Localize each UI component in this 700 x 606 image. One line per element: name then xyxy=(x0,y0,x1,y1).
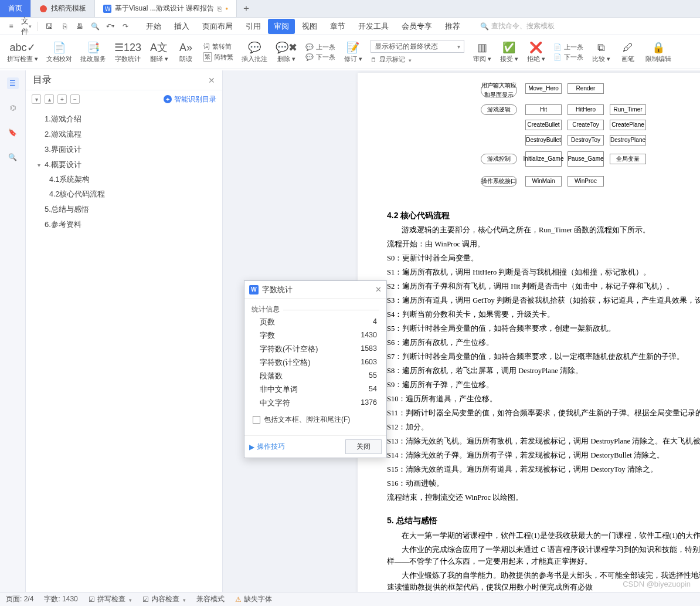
toc-item[interactable]: 1.游戏介绍 xyxy=(38,111,210,127)
status-bar: 页面: 2/4 字数: 1430 ☑拼写检查 ☑内容检查 兼容模式 ⚠缺失字体 xyxy=(0,592,700,606)
wordcount-icon: ☰123 xyxy=(114,40,141,55)
status-content-check[interactable]: ☑内容检查 xyxy=(142,594,186,604)
print-icon[interactable]: 🖶 xyxy=(73,20,86,33)
tab-document[interactable]: W 基于Visual ...游戏设计 课程报告 ⎘ ● xyxy=(95,0,237,17)
review-ribbon: abc✓拼写检查 ▾ 📄文档校对 📑批改服务 ☰123字数统计 A文翻译 ▾ A… xyxy=(0,35,700,69)
find-icon[interactable]: 🔍 xyxy=(7,151,19,163)
tab-insert[interactable]: 插入 xyxy=(168,19,195,34)
add-toc-button[interactable]: + xyxy=(57,94,67,104)
include-textbox-checkbox[interactable]: 包括文本框、脚注和尾注(F) xyxy=(252,410,379,429)
translate-button[interactable]: A文翻译 ▾ xyxy=(146,40,172,63)
toc-close-button[interactable]: ✕ xyxy=(208,76,215,85)
prev-change-button[interactable]: 📄 上一条 xyxy=(553,43,583,52)
toc-item[interactable]: 5.总结与感悟 xyxy=(38,202,210,217)
compare-button[interactable]: ⧉比较 ▾ xyxy=(588,40,614,63)
save-icon[interactable]: 🖫 xyxy=(43,20,56,33)
tab-vip[interactable]: 会员专享 xyxy=(396,19,438,34)
proofread-button[interactable]: 📄文档校对 xyxy=(43,40,76,63)
paragraph: S12：加分。 xyxy=(387,421,700,433)
stat-row: 页数4 xyxy=(252,316,379,329)
status-page[interactable]: 页面: 2/4 xyxy=(6,594,33,604)
proofread-icon: 📄 xyxy=(53,40,66,55)
toc-item[interactable]: 2.游戏流程 xyxy=(38,127,210,142)
reject-icon: ❌ xyxy=(529,40,542,55)
tab-start[interactable]: 开始 xyxy=(140,19,167,34)
insert-comment-button[interactable]: 💬插入批注 xyxy=(238,40,271,63)
paragraph: S7：判断计时器全局变量的值，如符合频率要求，以一定概率随机使敌机产生新的子弹。 xyxy=(387,351,700,363)
wordcount-button[interactable]: ☰123字数统计 xyxy=(111,40,145,63)
hamburger-icon[interactable]: ≡ xyxy=(5,20,18,33)
ink-button[interactable]: 🖊画笔 xyxy=(615,40,641,63)
command-search[interactable]: 🔍 查找命令、搜索模板 xyxy=(480,21,555,31)
paragraph: 在大一第一学期的诸课程中，软件工程(1)是使我收获最大的一门课程，软件工程(1)… xyxy=(387,530,700,541)
preview-icon[interactable]: 🔍 xyxy=(89,20,101,33)
track-display-select[interactable]: 显示标记的最终状态 xyxy=(371,40,464,53)
readaloud-button[interactable]: A»朗读 xyxy=(173,40,199,63)
tab-add-button[interactable]: ＋ xyxy=(237,0,256,17)
review-pane-button[interactable]: ▥审阅 ▾ xyxy=(469,40,495,63)
paragraph: S14：清除无效的子弹。遍历所有子弹，若发现被标记，调用 DestoryBull… xyxy=(387,449,700,461)
outline-icon[interactable]: ⌬ xyxy=(7,102,19,114)
ai-toc-button[interactable]: ✦智能识别目录 xyxy=(164,94,216,104)
tab-ref[interactable]: 引用 xyxy=(240,19,267,34)
trad-to-simp-button[interactable]: 词 繁转简 xyxy=(203,42,233,51)
status-spell[interactable]: ☑拼写检查 xyxy=(89,594,132,604)
toc-item[interactable]: ▾4.概要设计 xyxy=(38,157,210,172)
status-missing-font[interactable]: ⚠缺失字体 xyxy=(235,594,272,604)
search-placeholder: 查找命令、搜索模板 xyxy=(491,21,555,31)
close-button[interactable]: 关闭 xyxy=(345,439,382,454)
next-comment-button[interactable]: 💬 下一条 xyxy=(305,53,335,62)
file-menu[interactable]: 文件 ▾ xyxy=(20,20,33,33)
restrict-edit-button[interactable]: 🔒限制编辑 xyxy=(642,40,675,63)
stat-row: 字数1430 xyxy=(252,329,379,343)
convert-group: 词 繁转简 繁 简转繁 xyxy=(200,42,237,62)
toc-item[interactable]: 4.1系统架构 xyxy=(38,172,210,187)
tab-recom[interactable]: 推荐 xyxy=(439,19,466,34)
undo-icon[interactable]: ↶▾ xyxy=(104,20,117,33)
tab-chapter[interactable]: 章节 xyxy=(324,19,351,34)
wps-doc-icon: W xyxy=(103,5,111,13)
tab-review[interactable]: 审阅 xyxy=(268,19,295,34)
show-markup-button[interactable]: 🗒 显示标记 xyxy=(371,55,464,64)
speaker-icon: A» xyxy=(179,40,192,55)
toc-icon[interactable]: ☰ xyxy=(7,77,19,89)
toc-item[interactable]: 4.2核心代码流程 xyxy=(38,187,210,202)
tab-home[interactable]: 首页 xyxy=(0,0,31,17)
simp-to-trad-button[interactable]: 繁 简转繁 xyxy=(203,52,233,62)
toc-item[interactable]: 3.界面设计 xyxy=(38,142,210,157)
status-compat[interactable]: 兼容模式 xyxy=(196,594,225,604)
search-icon: 🔍 xyxy=(480,22,489,31)
side-icon-bar: ☰ ⌬ 🔖 🔍 xyxy=(0,70,26,592)
redo-icon[interactable]: ↷ xyxy=(119,20,132,33)
remove-toc-button[interactable]: − xyxy=(70,94,80,104)
expand-all-button[interactable]: ▴ xyxy=(45,94,54,104)
dialog-close-button[interactable]: ✕ xyxy=(375,285,382,294)
tab-view[interactable]: 视图 xyxy=(296,19,323,34)
track-changes-button[interactable]: 📝修订 ▾ xyxy=(340,40,366,63)
prev-comment-button[interactable]: 💬 上一条 xyxy=(305,43,335,52)
toc-item[interactable]: 6.参考资料 xyxy=(38,217,210,232)
delete-comment-button[interactable]: 💬✖删除 ▾ xyxy=(272,40,301,63)
bookmark-icon[interactable]: 🔖 xyxy=(7,127,19,138)
diagram-box: 游戏逻辑 xyxy=(481,104,517,115)
paragraph: S8：遍历所有敌机，若飞出屏幕，调用 DestroyPlane 清除。 xyxy=(387,365,700,377)
correction-icon: 📑 xyxy=(87,40,100,55)
tab-template-store[interactable]: 找稻壳模板 xyxy=(31,0,95,17)
tab-layout[interactable]: 页面布局 xyxy=(196,19,239,34)
tips-link[interactable]: ▶操作技巧 xyxy=(249,442,285,452)
ai-icon: ✦ xyxy=(164,95,172,103)
tab-dev[interactable]: 开发工具 xyxy=(352,19,395,34)
spell-check-button[interactable]: abc✓拼写检查 ▾ xyxy=(4,40,42,63)
correction-button[interactable]: 📑批改服务 xyxy=(77,40,110,63)
reject-button[interactable]: ❌拒绝 ▾ xyxy=(523,40,549,63)
diagram-box: 全局变量 xyxy=(610,154,646,164)
next-change-button[interactable]: 📄 下一条 xyxy=(553,53,583,62)
document-page: 用户输入响应和界面显示 Move_Hero Render 游戏逻辑 Hit Hi… xyxy=(358,73,700,592)
status-words[interactable]: 字数: 1430 xyxy=(44,594,77,604)
collapse-all-button[interactable]: ▾ xyxy=(32,94,41,104)
dialog-titlebar[interactable]: W 字数统计 ✕ xyxy=(244,281,386,299)
accept-button[interactable]: ✅接受 ▾ xyxy=(496,40,522,63)
export-icon[interactable]: ⎘ xyxy=(58,20,71,33)
dialog-footer: ▶操作技巧 关闭 xyxy=(244,435,386,458)
paragraph: S13：清除无效的飞机。遍历所有敌机，若发现被标记，调用 DestroyPlan… xyxy=(387,435,700,447)
